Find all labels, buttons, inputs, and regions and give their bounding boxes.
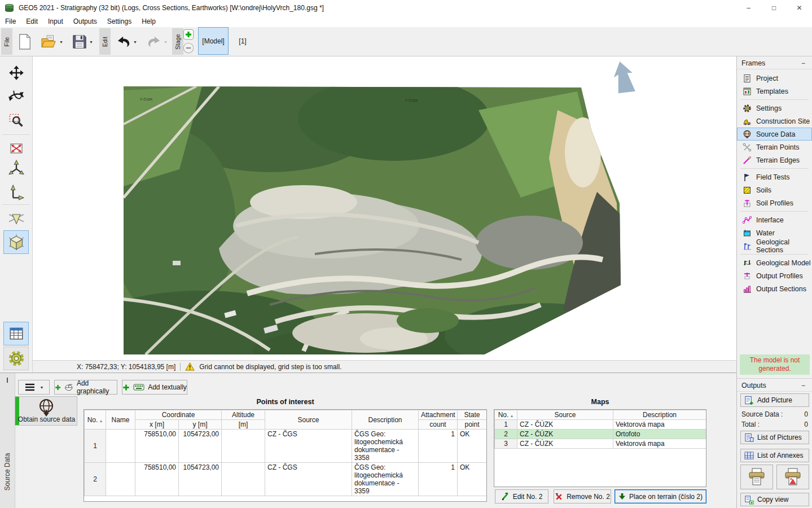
settings-tool-button[interactable] (3, 347, 29, 370)
table-view-tool-button[interactable] (3, 322, 29, 345)
menu-input[interactable]: Input (43, 16, 68, 27)
plus-icon (122, 384, 130, 391)
stage-group-tab[interactable]: Stage (172, 28, 183, 55)
add-picture-button[interactable]: Add Picture (740, 393, 809, 407)
list-of-pictures-button[interactable]: List of Pictures (740, 431, 809, 444)
copy-view-icon (744, 495, 754, 505)
menu-file[interactable]: File (0, 16, 21, 27)
list-of-pictures-icon (744, 433, 754, 443)
print-picture-button[interactable] (776, 465, 809, 489)
close-button[interactable]: ✕ (787, 0, 812, 16)
frame-item-soils[interactable]: Soils (737, 183, 812, 196)
frame-item-geological-sections[interactable]: Geological Sections (737, 239, 812, 252)
open-file-button[interactable]: ▼ (38, 29, 65, 54)
place-on-terrain-button[interactable]: Place on terrain (číslo 2) (615, 489, 706, 503)
app-logo-icon (5, 3, 14, 13)
poi-header-description: Description (352, 410, 419, 430)
maps-row-1[interactable]: 1 CZ - ČÚZK Vektorová mapa (495, 420, 706, 430)
frame-item-soil-profiles[interactable]: Soil Profiles (737, 196, 812, 209)
zoom-window-tool-button[interactable] (3, 108, 29, 132)
tool-separator (2, 134, 30, 135)
frame-item-geological-model[interactable]: Geological Model (737, 256, 812, 269)
cell-no: 3 (495, 439, 517, 449)
cell-source: CZ - ČGS (265, 430, 352, 463)
outputs-minimize-button[interactable]: − (799, 382, 807, 389)
axonometric-cube-icon (8, 234, 24, 250)
menu-help[interactable]: Help (137, 16, 161, 27)
remove-map-button[interactable]: Remove No. 2 (554, 489, 611, 503)
frame-item-field-tests[interactable]: Field Tests (737, 170, 812, 183)
terrain-points-icon (743, 143, 752, 152)
poi-row-2[interactable]: 2 758510,00 1054723,00 CZ - ČGS ČGS Geo:… (85, 463, 487, 496)
new-file-button[interactable] (15, 29, 35, 54)
geological-model-icon (743, 259, 752, 268)
list-menu-button[interactable]: ▼ (18, 380, 50, 395)
poi-header-attachment-count: count (419, 420, 458, 430)
soil-profiles-icon (743, 199, 752, 208)
pan-tool-button[interactable] (3, 61, 29, 85)
edit-map-button[interactable]: Edit No. 2 (495, 489, 548, 503)
zoom-window-icon (8, 112, 24, 128)
menu-outputs[interactable]: Outputs (68, 16, 102, 27)
panel-grip[interactable] (7, 378, 8, 383)
maps-row-3[interactable]: 3 CZ - ČÚZK Vektorová mapa (495, 439, 706, 449)
maps-header-description[interactable]: Description (613, 410, 706, 420)
frame-item-settings[interactable]: Settings (737, 102, 812, 115)
add-textually-button[interactable]: Add textually (122, 380, 187, 395)
stage-1-button[interactable]: [1] (231, 27, 254, 55)
undo-dropdown-icon[interactable]: ▼ (133, 40, 137, 44)
poi-header-coordinate: Coordinate (135, 410, 222, 420)
frame-item-output-sections[interactable]: Output Sections (737, 282, 812, 295)
maximize-button[interactable]: □ (761, 0, 787, 16)
cell-no: 2 (495, 430, 517, 439)
frame-item-project[interactable]: Project (737, 72, 812, 85)
status-divider (180, 363, 181, 371)
perspective-view-tool-button[interactable] (3, 207, 29, 230)
add-stage-button[interactable] (183, 29, 194, 40)
minimize-button[interactable]: – (736, 0, 761, 16)
add-graphically-button[interactable]: Add graphically (54, 380, 117, 395)
redo-button[interactable]: ▼ (143, 29, 170, 54)
frame-label: Geological Sections (756, 238, 811, 254)
axes-3d-tool-button[interactable] (3, 156, 29, 179)
file-group-tab[interactable]: File (1, 28, 12, 55)
stage-model-button[interactable]: [Model] (198, 27, 229, 55)
frame-item-templates[interactable]: Templates (737, 85, 812, 98)
remove-x-icon (555, 492, 563, 501)
list-dropdown-icon[interactable]: ▼ (40, 386, 44, 389)
frame-item-output-profiles[interactable]: Output Profiles (737, 269, 812, 282)
maps-header-source[interactable]: Source (517, 410, 613, 420)
poi-header-no[interactable]: No.▲ (85, 410, 106, 430)
axonometric-view-tool-button[interactable] (3, 230, 29, 254)
frame-item-terrain-edges[interactable]: Terrain Edges (737, 154, 812, 167)
frames-minimize-button[interactable]: − (799, 59, 807, 67)
edit-group-tab[interactable]: Edit (99, 28, 111, 55)
cursor-coordinates: X: 758472,33; Y: 1054183,95 [m] (77, 363, 175, 371)
maps-header-no[interactable]: No.▲ (495, 410, 517, 420)
save-dropdown-icon[interactable]: ▼ (89, 40, 93, 44)
save-file-button[interactable]: ▼ (69, 29, 96, 54)
model-canvas[interactable]: © ČÚZK © ČÚZK (33, 56, 736, 360)
frame-item-source-data[interactable]: Source Data (737, 128, 812, 141)
frame-item-construction-site[interactable]: Construction Site (737, 115, 812, 128)
axes-2d-tool-button[interactable] (3, 181, 29, 204)
maps-row-2-selected[interactable]: 2 CZ - ČÚZK Ortofoto (495, 430, 706, 439)
minus-icon (183, 42, 194, 54)
frame-item-terrain-points[interactable]: Terrain Points (737, 141, 812, 154)
poi-header-name[interactable]: Name (106, 410, 135, 430)
obtain-source-data-button[interactable]: Obtain source data (15, 396, 77, 426)
print-document-button[interactable] (740, 465, 773, 489)
remove-stage-button[interactable] (183, 42, 194, 54)
gear-icon (8, 350, 25, 367)
poi-row-1[interactable]: 1 758510,00 1054723,00 CZ - ČGS ČGS Geo:… (85, 430, 487, 463)
undo-button[interactable]: ▼ (113, 29, 140, 54)
copy-view-button[interactable]: Copy view (740, 493, 809, 506)
frame-item-interface[interactable]: Interface (737, 213, 812, 226)
menu-edit[interactable]: Edit (21, 16, 43, 27)
open-dropdown-icon[interactable]: ▼ (59, 40, 63, 44)
cell-y: 1054723,00 (179, 430, 222, 463)
list-of-annexes-button[interactable]: List of Annexes (740, 449, 809, 462)
window-controls: – □ ✕ (736, 0, 812, 16)
menu-settings[interactable]: Settings (102, 16, 137, 27)
rotate-tool-button[interactable] (3, 85, 29, 108)
